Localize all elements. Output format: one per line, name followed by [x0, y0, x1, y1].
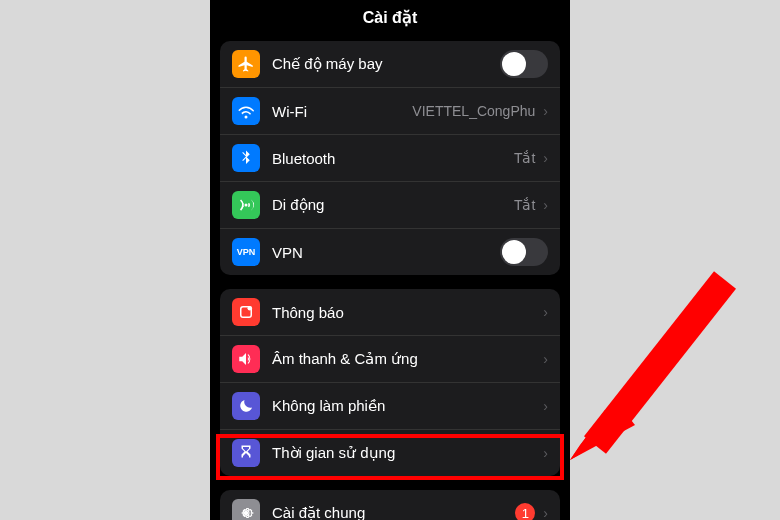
general-row[interactable]: Cài đặt chung 1 ›	[220, 490, 560, 520]
svg-point-1	[248, 306, 253, 311]
annotation-arrow	[565, 270, 745, 470]
settings-screen: Cài đặt Chế độ máy bay Wi-Fi VIETTEL_Con…	[210, 0, 570, 520]
chevron-icon: ›	[543, 197, 548, 213]
screentime-label: Thời gian sử dụng	[272, 444, 541, 462]
general-section: Cài đặt chung 1 › Trung tâm điều khiển ›	[220, 490, 560, 520]
notifications-label: Thông báo	[272, 304, 541, 321]
airplane-icon	[232, 50, 260, 78]
wifi-detail: VIETTEL_CongPhu	[412, 103, 535, 119]
cellular-label: Di động	[272, 196, 514, 214]
notifications-section: Thông báo › Âm thanh & Cảm ứng › Không l…	[220, 289, 560, 476]
chevron-icon: ›	[543, 398, 548, 414]
connectivity-section: Chế độ máy bay Wi-Fi VIETTEL_CongPhu › B…	[220, 41, 560, 275]
bluetooth-label: Bluetooth	[272, 150, 514, 167]
wifi-row[interactable]: Wi-Fi VIETTEL_CongPhu ›	[220, 88, 560, 135]
chevron-icon: ›	[543, 304, 548, 320]
moon-icon	[232, 392, 260, 420]
vpn-toggle[interactable]	[500, 238, 548, 266]
wifi-icon	[232, 97, 260, 125]
dnd-label: Không làm phiền	[272, 397, 541, 415]
general-label: Cài đặt chung	[272, 504, 515, 520]
airplane-mode-label: Chế độ máy bay	[272, 55, 500, 73]
cellular-row[interactable]: Di động Tắt ›	[220, 182, 560, 229]
chevron-icon: ›	[543, 505, 548, 520]
screentime-row[interactable]: Thời gian sử dụng ›	[220, 430, 560, 476]
wifi-label: Wi-Fi	[272, 103, 412, 120]
sounds-icon	[232, 345, 260, 373]
sounds-label: Âm thanh & Cảm ứng	[272, 350, 541, 368]
bluetooth-row[interactable]: Bluetooth Tắt ›	[220, 135, 560, 182]
vpn-row[interactable]: VPN VPN	[220, 229, 560, 275]
general-badge: 1	[515, 503, 535, 520]
cellular-icon	[232, 191, 260, 219]
page-title: Cài đặt	[210, 0, 570, 37]
vpn-label: VPN	[272, 244, 500, 261]
chevron-icon: ›	[543, 103, 548, 119]
bluetooth-detail: Tắt	[514, 150, 535, 166]
vpn-icon: VPN	[232, 238, 260, 266]
bluetooth-icon	[232, 144, 260, 172]
airplane-mode-row[interactable]: Chế độ máy bay	[220, 41, 560, 88]
airplane-mode-toggle[interactable]	[500, 50, 548, 78]
svg-marker-7	[570, 410, 620, 460]
chevron-icon: ›	[543, 445, 548, 461]
dnd-row[interactable]: Không làm phiền ›	[220, 383, 560, 430]
cellular-detail: Tắt	[514, 197, 535, 213]
hourglass-icon	[232, 439, 260, 467]
notifications-icon	[232, 298, 260, 326]
notifications-row[interactable]: Thông báo ›	[220, 289, 560, 336]
svg-marker-8	[570, 400, 635, 460]
chevron-icon: ›	[543, 351, 548, 367]
sounds-row[interactable]: Âm thanh & Cảm ứng ›	[220, 336, 560, 383]
chevron-icon: ›	[543, 150, 548, 166]
gear-icon	[232, 499, 260, 520]
svg-point-2	[244, 511, 249, 516]
